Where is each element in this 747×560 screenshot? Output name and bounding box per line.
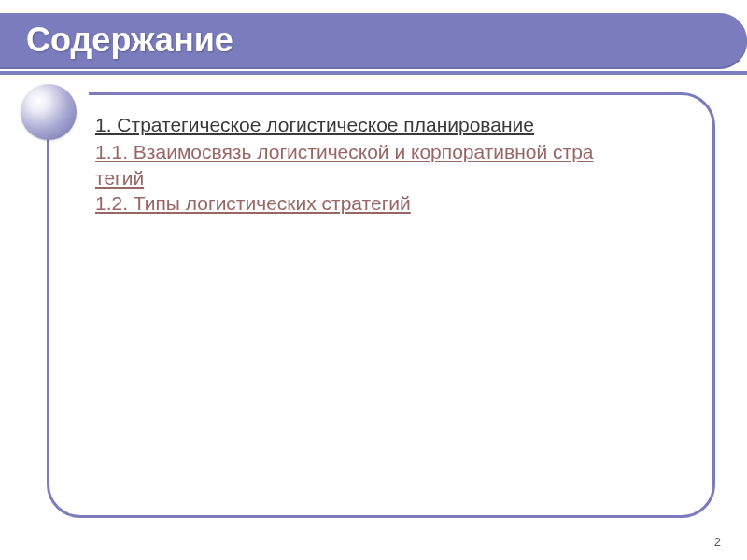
- toc-link-section-1[interactable]: 1. Стратегическое логистическое планиров…: [95, 112, 702, 137]
- toc-link-1-1-line1: 1.1. Взаимосвязь логистической и корпора…: [95, 141, 594, 162]
- slide-title: Содержание: [26, 21, 233, 60]
- title-underline: [0, 71, 747, 75]
- toc-link-section-1-2[interactable]: 1.2. Типы логистических стратегий: [95, 190, 702, 216]
- slide: Содержание 1. Стратегическое логистическ…: [0, 0, 747, 560]
- decorative-sphere-icon: [21, 84, 77, 140]
- toc-content: 1. Стратегическое логистическое планиров…: [95, 112, 702, 216]
- toc-link-1-1-line2: тегий: [95, 167, 144, 189]
- title-band: Содержание: [0, 13, 747, 67]
- toc-link-section-1-1[interactable]: 1.1. Взаимосвязь логистической и корпора…: [95, 139, 702, 190]
- page-number: 2: [714, 535, 721, 549]
